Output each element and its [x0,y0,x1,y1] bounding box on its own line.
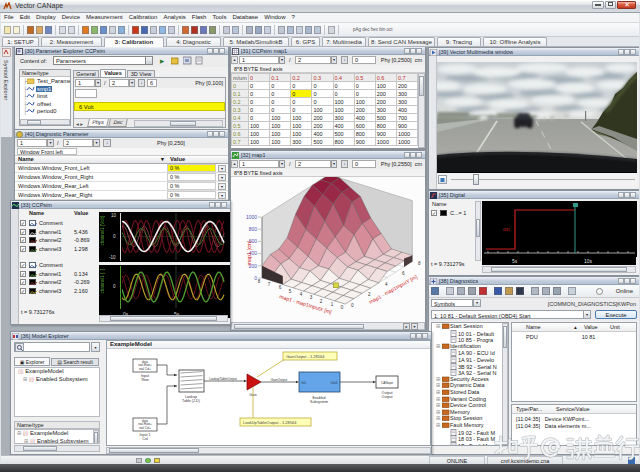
svg-text:real Col+: real Col+ [139,426,151,430]
svg-text:Out1: Out1 [331,381,338,385]
svg-text:1: 1 [331,302,334,307]
svg-text:0: 0 [341,305,344,310]
svg-text:3: 3 [310,295,313,300]
svg-text:6: 6 [402,271,405,276]
svg-text:1000: 1000 [246,214,257,220]
svg-text:6: 6 [279,285,282,290]
svg-text:real Col+: real Col+ [139,367,151,371]
svg-text:CANape: CANape [381,381,393,385]
svg-text:GainOutput: GainOutput [271,378,287,382]
svg-text:2: 2 [320,299,323,304]
svg-text:800: 800 [249,226,258,232]
svg-text:map1 [cm]: map1 [cm] [246,240,252,266]
svg-text:5: 5 [289,289,292,294]
svg-text:4: 4 [300,292,303,297]
svg-text:0: 0 [351,303,354,308]
svg-text:Output: Output [382,395,393,399]
svg-text:on: on [503,226,510,232]
svg-text:Output: Output [382,391,393,395]
svg-text:8: 8 [418,261,421,266]
svg-text:Row: Row [141,378,149,382]
svg-text:2: 2 [368,292,371,297]
svg-text:Lookup: Lookup [185,395,197,399]
svg-text:In1: In1 [302,381,307,385]
svg-text:4: 4 [385,282,388,287]
svg-text:Input 1: Input 1 [140,433,151,437]
svg-text:Table (2-D): Table (2-D) [182,399,200,403]
svg-text:Subsystem: Subsystem [310,400,328,404]
svg-text:GainOutput - 1.28564: GainOutput - 1.28564 [286,354,325,359]
svg-text:Col: Col [142,437,148,441]
svg-text:8: 8 [258,279,261,284]
svg-text:Input: Input [141,374,149,378]
svg-text:LookupTableOutput: LookupTableOutput [209,377,237,381]
svg-text:Enabled: Enabled [312,396,325,400]
svg-text:7: 7 [268,282,271,287]
svg-text:LookUpTableOutput - 1.28564: LookUpTableOutput - 1.28564 [243,420,297,425]
